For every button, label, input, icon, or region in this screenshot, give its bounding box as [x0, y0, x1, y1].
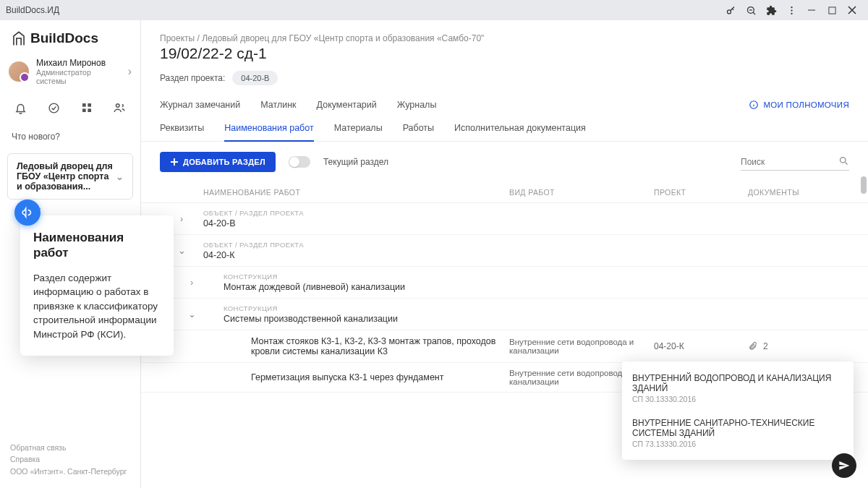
project-card[interactable]: Ледовый дворец для ГБОУ «Центр спорта и …	[7, 153, 133, 200]
avatar	[9, 61, 29, 82]
table-row[interactable]: Монтаж стояков К3-1, К3-2, К3-3 монтаж т…	[141, 330, 868, 363]
chevron-down-icon[interactable]: ⌄	[188, 309, 196, 320]
sidebar-footer: Обратная связь Справка ООО «Интэнт». Сан…	[0, 435, 140, 488]
toggle-label: Текущий раздел	[323, 157, 388, 167]
people-icon[interactable]	[111, 100, 127, 116]
work-name: 04-20-К	[203, 250, 509, 260]
tab-matlink[interactable]: Матлинк	[260, 95, 296, 114]
window-title: BuildDocs.ИД	[6, 5, 59, 15]
section-chip[interactable]: 04-20-B	[232, 71, 278, 85]
svg-rect-7	[82, 103, 86, 107]
grid-icon[interactable]	[79, 100, 95, 116]
work-name: Герметизация выпуска К3-1 через фундамен…	[251, 372, 509, 382]
svg-point-6	[49, 103, 59, 113]
svg-rect-8	[88, 103, 91, 107]
popover-item[interactable]: ВНУТРЕННИЙ ВОДОПРОВОД И КАНАЛИЗАЦИЯ ЗДАН…	[622, 366, 854, 411]
user-role: Администратор системы	[36, 68, 121, 85]
col-name: НАИМЕНОВАНИЕ РАБОТ	[203, 188, 509, 197]
more-icon[interactable]	[781, 0, 801, 20]
send-fab[interactable]	[832, 453, 856, 478]
table-row[interactable]: ⌄КОНСТРУКЦИЯСистемы производственной кан…	[141, 299, 868, 330]
company-label: ООО «Интэнт». Санкт-Петербург	[10, 466, 130, 478]
tab-requisites[interactable]: Реквизиты	[160, 119, 204, 141]
svg-point-4	[791, 12, 792, 14]
logo: BuildDocs	[0, 20, 140, 53]
scrollbar-thumb[interactable]	[861, 176, 867, 194]
help-title: Наименования работ	[33, 230, 161, 261]
close-icon[interactable]	[842, 0, 862, 20]
popover-item[interactable]: ВНУТРЕННИЕ САНИТАРНО-ТЕХНИЧЕСКИЕ СИСТЕМЫ…	[622, 411, 854, 455]
tab-journals[interactable]: Журналы	[397, 95, 437, 114]
bell-icon[interactable]	[13, 100, 29, 116]
feedback-link[interactable]: Обратная связь	[10, 442, 130, 454]
chevron-right-icon[interactable]: ›	[190, 278, 193, 288]
table-row[interactable]: ›КОНСТРУКЦИЯМонтаж дождевой (ливневой) к…	[141, 267, 868, 299]
table-header: НАИМЕНОВАНИЕ РАБОТ ВИД РАБОТ ПРОЕКТ ДОКУ…	[141, 182, 868, 203]
help-body: Раздел содержит информацию о работах в п…	[33, 271, 161, 342]
svg-point-11	[116, 104, 120, 108]
tab-works[interactable]: Работы	[403, 119, 434, 141]
key-icon[interactable]	[720, 0, 741, 20]
minimize-icon[interactable]	[801, 0, 822, 20]
megaphone-icon[interactable]	[14, 200, 41, 226]
add-section-button[interactable]: ДОБАВИТЬ РАЗДЕЛ	[160, 152, 276, 172]
work-name: Монтаж дождевой (ливневой) канализации	[224, 282, 509, 292]
tab-work-names[interactable]: Наименования работ	[224, 119, 313, 142]
svg-point-13	[841, 157, 846, 163]
help-link[interactable]: Справка	[10, 453, 130, 466]
chevron-down-icon: ⌄	[116, 171, 124, 182]
work-name: Монтаж стояков К3-1, К3-2, К3-3 монтаж т…	[251, 336, 509, 356]
user-menu[interactable]: Михаил Миронов Администратор системы ›	[0, 53, 140, 90]
chevron-down-icon[interactable]: ⌄	[178, 245, 186, 256]
zoom-icon[interactable]	[741, 0, 761, 20]
svg-rect-5	[828, 7, 835, 13]
chevron-right-icon[interactable]: ›	[180, 214, 183, 224]
search-icon[interactable]	[838, 155, 849, 169]
help-card: Наименования работ Раздел содержит инфор…	[20, 215, 174, 356]
work-name: Системы производственной канализации	[224, 314, 509, 324]
table-row[interactable]: ⌄ОБЪЕКТ / РАЗДЕЛ ПРОЕКТА04-20-К	[141, 235, 868, 267]
tab-remarks[interactable]: Журнал замечаний	[160, 95, 240, 114]
check-circle-icon[interactable]	[46, 100, 61, 116]
current-section-toggle[interactable]	[289, 156, 310, 168]
section-label: Раздел проекта:	[160, 73, 225, 83]
extension-icon[interactable]	[761, 0, 781, 20]
search-input[interactable]	[741, 154, 849, 171]
col-project: ПРОЕКТ	[654, 188, 748, 197]
authority-link[interactable]: МОИ ПОЛНОМОЧИЯ	[749, 100, 849, 110]
col-kind: ВИД РАБОТ	[509, 188, 654, 197]
page-title: 19/02/22-2 сд-1	[141, 45, 868, 71]
attachment-icon	[748, 341, 757, 351]
breadcrumb[interactable]: Проекты / Ледовый дворец для ГБОУ «Центр…	[141, 20, 868, 45]
info-icon	[749, 100, 759, 110]
work-name: 04-20-B	[203, 218, 509, 228]
maximize-icon[interactable]	[822, 0, 842, 20]
chevron-right-icon: ›	[128, 65, 132, 78]
tab-materials[interactable]: Материалы	[334, 119, 383, 141]
user-name: Михаил Миронов	[36, 58, 121, 68]
svg-point-2	[791, 7, 792, 8]
svg-point-3	[791, 9, 792, 11]
svg-rect-10	[88, 108, 91, 112]
secondary-tabs: Реквизиты Наименования работ Материалы Р…	[141, 114, 868, 142]
plus-icon	[170, 158, 179, 166]
whats-new-link[interactable]: Что нового?	[0, 126, 140, 147]
docs-popover: ВНУТРЕННИЙ ВОДОПРОВОД И КАНАЛИЗАЦИЯ ЗДАН…	[622, 361, 854, 460]
table-row[interactable]: ›ОБЪЕКТ / РАЗДЕЛ ПРОЕКТА04-20-B	[141, 203, 868, 235]
col-docs: ДОКУМЕНТЫ	[748, 188, 835, 197]
tab-exec-docs[interactable]: Исполнительная документация	[454, 119, 586, 141]
primary-tabs: Журнал замечаний Матлинк Документарий Жу…	[141, 95, 868, 114]
tab-documentary[interactable]: Документарий	[317, 95, 377, 114]
titlebar: BuildDocs.ИД	[0, 0, 868, 20]
svg-rect-9	[82, 108, 86, 112]
